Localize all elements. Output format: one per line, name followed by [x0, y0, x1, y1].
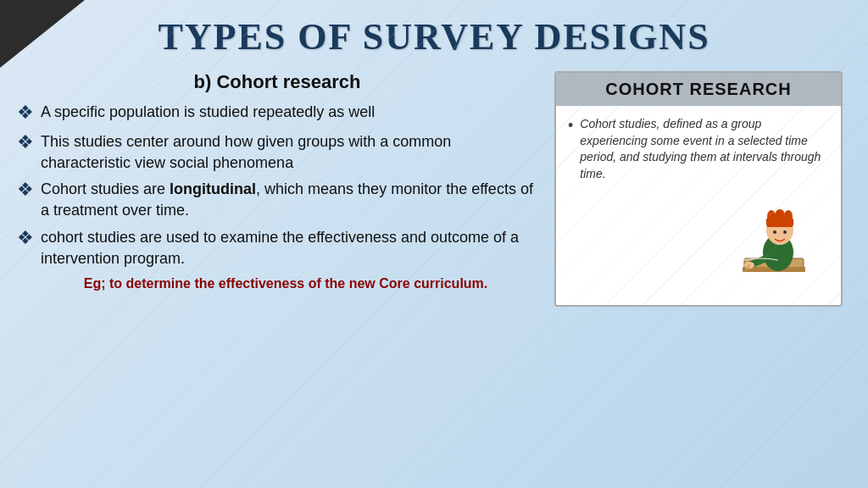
bold-longitudinal: longitudinal — [170, 180, 256, 197]
list-item: ❖ Cohort studies are longitudinal, which… — [17, 179, 537, 221]
list-item: ❖ A specific population is studied repea… — [17, 102, 537, 126]
cohort-bullet-dot-icon: • — [568, 117, 573, 135]
svg-point-8 — [773, 230, 776, 234]
slide: TYPES OF SURVEY DESIGNS b) Cohort resear… — [0, 0, 868, 488]
list-item: ❖ This studies center around how given g… — [17, 131, 537, 174]
bullet-text-3: Cohort studies are longitudinal, which m… — [41, 179, 537, 221]
diamond-icon: ❖ — [17, 130, 34, 156]
content-area: b) Cohort research ❖ A specific populati… — [0, 67, 868, 479]
svg-point-7 — [784, 210, 793, 224]
example-text: Eg; to determine the effectiveness of th… — [84, 276, 488, 291]
bullet-text-2: This studies center around how given gro… — [41, 131, 537, 174]
corner-decoration — [0, 0, 85, 68]
page-title: TYPES OF SURVEY DESIGNS — [0, 15, 868, 58]
figure-svg — [719, 195, 821, 288]
bullet-list: ❖ A specific population is studied repea… — [17, 102, 537, 269]
diamond-icon: ❖ — [17, 225, 34, 252]
cohort-bullet-text: Cohort studies, defined as a group exper… — [580, 116, 829, 182]
left-content: b) Cohort research ❖ A specific populati… — [17, 67, 537, 479]
cohort-box-header: COHORT RESEARCH — [556, 73, 841, 106]
cohort-box: COHORT RESEARCH • Cohort studies, define… — [554, 71, 843, 307]
diamond-icon: ❖ — [17, 100, 34, 126]
bullet-text-1: A specific population is studied repeate… — [41, 102, 375, 123]
example-line: Eg; to determine the effectiveness of th… — [17, 276, 537, 291]
svg-point-6 — [775, 209, 785, 221]
right-content: COHORT RESEARCH • Cohort studies, define… — [554, 67, 843, 479]
cohort-box-body: • Cohort studies, defined as a group exp… — [556, 106, 841, 305]
bullet-text-3-part1: Cohort studies are — [41, 180, 170, 197]
section-b-title: b) Cohort research — [17, 71, 537, 93]
cohort-bullet: • Cohort studies, defined as a group exp… — [568, 116, 829, 182]
cohort-box-title: COHORT RESEARCH — [565, 80, 832, 99]
list-item: ❖ cohort studies are used to examine the… — [17, 227, 537, 269]
slide-title: TYPES OF SURVEY DESIGNS — [0, 0, 868, 67]
diamond-icon: ❖ — [17, 177, 34, 203]
svg-point-9 — [783, 230, 787, 234]
svg-point-5 — [767, 210, 776, 224]
bullet-text-4: cohort studies are used to examine the e… — [41, 227, 537, 269]
cartoon-figure — [568, 191, 829, 295]
